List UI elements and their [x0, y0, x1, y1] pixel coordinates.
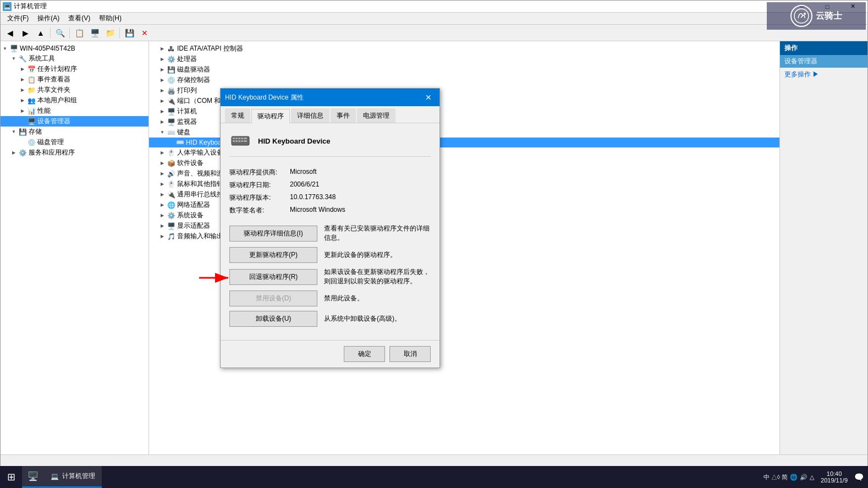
- expander-dt-12[interactable]: ▶: [158, 169, 167, 178]
- icon-dt-15: 🌐: [167, 201, 175, 210]
- tab-power[interactable]: 电源管理: [357, 108, 395, 123]
- tree-panel[interactable]: ▼ 🖥️ WIN-405P4I5T42B ▼ 🔧 系统工具 ▶ 📅 任务计: [1, 41, 149, 454]
- expander-dt-3[interactable]: ▶: [158, 76, 167, 85]
- expander-system-tools[interactable]: ▼: [9, 54, 18, 63]
- menu-action[interactable]: 操作(A): [33, 13, 64, 24]
- search-button[interactable]: 🔍: [53, 26, 67, 40]
- tree-item-task-scheduler[interactable]: ▶ 📅 任务计划程序: [1, 64, 149, 74]
- device-tree-item-3[interactable]: ▶ 💿 存储控制器: [149, 75, 779, 85]
- rollback-driver-button[interactable]: 回退驱动程序(R): [229, 269, 317, 285]
- expander-dt-15[interactable]: ▶: [158, 201, 167, 210]
- expander-shared[interactable]: ▶: [18, 86, 27, 95]
- expander-dt-10[interactable]: ▶: [158, 149, 167, 157]
- taskbar-app-icon[interactable]: 🖥️: [22, 466, 44, 488]
- icon-shared: 📁: [27, 86, 36, 95]
- menu-help[interactable]: 帮助(H): [95, 13, 126, 24]
- expander-dt-5[interactable]: ▶: [158, 97, 167, 106]
- label-dt-8: 键盘: [177, 128, 190, 137]
- tree-item-local-users[interactable]: ▶ 👥 本地用户和组: [1, 95, 149, 106]
- expander-dt-1[interactable]: ▶: [158, 55, 167, 64]
- expander-performance[interactable]: ▶: [18, 107, 27, 116]
- expander-dt-18[interactable]: ▶: [158, 232, 167, 241]
- device-tree-item-0[interactable]: ▶ 🖧 IDE ATA/ATAPI 控制器: [149, 43, 779, 54]
- expander-event[interactable]: ▶: [18, 75, 27, 84]
- icon-dt-3: 💿: [167, 76, 175, 85]
- expander-task[interactable]: ▶: [18, 65, 27, 74]
- device-tree-item-2[interactable]: ▶ 💾 磁盘驱动器: [149, 64, 779, 75]
- tree-item-event-viewer[interactable]: ▶ 📋 事件查看器: [1, 74, 149, 85]
- update-driver-button[interactable]: 更新驱动程序(P): [229, 247, 317, 263]
- tree-item-system-tools[interactable]: ▼ 🔧 系统工具: [1, 53, 149, 64]
- menu-view[interactable]: 查看(V): [64, 13, 95, 24]
- tree-item-storage[interactable]: ▼ 💾 存储: [1, 127, 149, 137]
- tree-item-shared-folders[interactable]: ▶ 📁 共享文件夹: [1, 85, 149, 95]
- toolbar-save-btn[interactable]: 💾: [122, 26, 136, 40]
- tree-item-performance[interactable]: ▶ 📊 性能: [1, 106, 149, 116]
- toolbar-btn-3[interactable]: 📁: [103, 26, 117, 40]
- toolbar-delete-btn[interactable]: ✕: [138, 26, 152, 40]
- driver-details-button[interactable]: 驱动程序详细信息(I): [229, 226, 317, 242]
- expander-users[interactable]: ▶: [18, 96, 27, 105]
- start-button[interactable]: ⊞: [0, 466, 22, 488]
- confirm-button[interactable]: 确定: [344, 346, 385, 362]
- date-label: 驱动程序日期:: [229, 180, 290, 190]
- icon-dt-17: 🖥️: [167, 222, 175, 231]
- tree-item-services[interactable]: ▶ ⚙️ 服务和应用程序: [1, 147, 149, 158]
- expander-dt-6[interactable]: ▶: [158, 107, 167, 116]
- yunjishi-logo: 云骑士: [767, 2, 866, 30]
- actions-item-more[interactable]: 更多操作 ▶: [780, 68, 867, 81]
- tray-lang: 中 △◊ 简: [763, 473, 788, 481]
- expander-dt-0[interactable]: ▶: [158, 45, 167, 53]
- expander-storage[interactable]: ▼: [9, 128, 18, 136]
- tray-notification-icon[interactable]: 🗨️: [854, 473, 864, 481]
- icon-performance: 📊: [27, 107, 36, 116]
- expander-root[interactable]: ▼: [1, 44, 9, 53]
- expander-dt-17[interactable]: ▶: [158, 222, 167, 231]
- svg-rect-10: [244, 140, 247, 142]
- back-button[interactable]: ◀: [3, 26, 17, 40]
- icon-dt-6: 🖥️: [167, 107, 175, 116]
- expander-dt-2[interactable]: ▶: [158, 65, 167, 74]
- expander-dt-7[interactable]: ▶: [158, 118, 167, 127]
- expander-dt-14[interactable]: ▶: [158, 190, 167, 199]
- dialog-close-button[interactable]: ✕: [422, 92, 435, 103]
- forward-button[interactable]: ▶: [18, 26, 32, 40]
- tab-events[interactable]: 事件: [331, 108, 356, 123]
- expander-device-mgr[interactable]: [18, 117, 27, 126]
- up-button[interactable]: ▲: [34, 26, 48, 40]
- expander-dt-hid[interactable]: [167, 138, 175, 147]
- window-title: 计算机管理: [14, 2, 47, 11]
- disable-device-button[interactable]: 禁用设备(D): [229, 290, 317, 306]
- icon-users: 👥: [27, 96, 36, 105]
- toolbar-btn-2[interactable]: 🖥️: [87, 26, 102, 40]
- tree-item-disk-mgmt[interactable]: 💿 磁盘管理: [1, 137, 149, 147]
- expander-dt-4[interactable]: ▶: [158, 86, 167, 95]
- taskbar-computer-management[interactable]: 💻 计算机管理: [44, 466, 102, 488]
- label-performance: 性能: [37, 106, 51, 116]
- menu-file[interactable]: 文件(F): [3, 13, 33, 24]
- toolbar-btn-1[interactable]: 📋: [72, 26, 86, 40]
- uninstall-device-button[interactable]: 卸载设备(U): [229, 311, 317, 327]
- expander-dt-16[interactable]: ▶: [158, 211, 167, 220]
- tree-item-root[interactable]: ▼ 🖥️ WIN-405P4I5T42B: [1, 43, 149, 53]
- tree-item-device-manager[interactable]: 🖥️ 设备管理器: [1, 116, 149, 127]
- tab-general[interactable]: 常规: [225, 108, 250, 123]
- expander-dt-11[interactable]: ▶: [158, 159, 167, 168]
- icon-dt-13: 🖱️: [167, 180, 175, 189]
- expander-disk[interactable]: [18, 138, 27, 147]
- expander-services[interactable]: ▶: [9, 149, 18, 157]
- taskbar-clock[interactable]: 10:40 2019/11/9: [816, 470, 852, 484]
- cancel-button[interactable]: 取消: [389, 346, 431, 362]
- expander-dt-8[interactable]: ▼: [158, 128, 167, 137]
- date-value: 2006/6/21: [290, 180, 319, 190]
- device-tree-item-1[interactable]: ▶ ⚙️ 处理器: [149, 54, 779, 64]
- expander-dt-13[interactable]: ▶: [158, 180, 167, 189]
- dialog-tabs: 常规 驱动程序 详细信息 事件 电源管理: [221, 106, 440, 123]
- window-icon: 💻: [3, 2, 12, 11]
- info-row-signer: 数字签名者: Microsoft Windows: [229, 206, 431, 215]
- title-bar: 💻 计算机管理 ─ □ ✕: [1, 1, 867, 13]
- tab-driver[interactable]: 驱动程序: [251, 109, 290, 123]
- tab-details[interactable]: 详细信息: [291, 108, 329, 123]
- tray-arrow-icon[interactable]: △: [810, 474, 814, 481]
- uninstall-device-desc: 从系统中卸载设备(高级)。: [324, 314, 431, 323]
